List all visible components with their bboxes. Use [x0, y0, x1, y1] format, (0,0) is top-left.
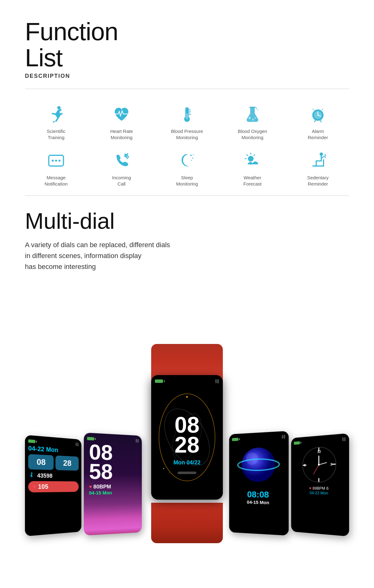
svg-point-26: [191, 160, 192, 161]
watch1-steps-icon: [28, 472, 35, 479]
function-label-sedentary: SedentaryReminder: [307, 175, 328, 187]
watch1-heart-icon: ♥: [33, 483, 36, 490]
svg-line-32: [247, 155, 248, 156]
watch1-steps-val: 43598: [37, 472, 52, 479]
divider-top: [25, 89, 349, 89]
watch5-analog: 12 3 9: [301, 445, 337, 483]
function-item-weather: WeatherForecast: [221, 148, 284, 190]
page-title: Function List: [25, 19, 349, 71]
function-label-blood-oxygen: Blood OxygenMonitoring: [238, 128, 267, 140]
watch5-bpm-val: 89BPM: [313, 486, 325, 491]
function-grid-row1: ScientificTraining Heart RateMonitoring: [25, 101, 349, 143]
function-item-scientific-training: ScientificTraining: [25, 101, 87, 143]
svg-line-62: [319, 463, 327, 465]
function-item-incoming-call: IncomingCall: [90, 148, 153, 190]
sleep-icon: [177, 151, 197, 171]
watch-card-4: ⛓: [229, 431, 289, 535]
center-minute: 28: [155, 435, 219, 455]
svg-point-27: [193, 154, 194, 155]
function-item-heart-rate: Heart RateMonitoring: [90, 101, 153, 143]
svg-point-48: [163, 468, 164, 469]
watch4-planet: [237, 442, 280, 486]
watch1-heart-row: ♥ 105: [28, 481, 79, 492]
multidial-description: A variety of dials can be replaced, diff…: [25, 239, 224, 272]
watch2-heart-icon: ♥: [89, 484, 92, 490]
multidial-title: Multi-dial: [25, 208, 349, 234]
center-time: 08 28: [155, 415, 219, 455]
svg-line-63: [314, 465, 319, 474]
watch-center-body: ⛓ 08 28 Mon 04/22: [151, 375, 223, 500]
watch5-clock-svg: 12 3 9: [301, 445, 337, 483]
svg-point-64: [318, 463, 320, 465]
watch-card-2: ⛓ 08 58 ♥ 80BPM 04-15 Mon: [84, 432, 142, 535]
watch5-date: 04-22 Mon: [294, 490, 346, 496]
svg-point-12: [257, 110, 258, 111]
function-item-blood-pressure: Blood PressureMonitoring: [156, 101, 218, 143]
section-subtitle: DESCRIPTION: [25, 73, 349, 79]
watch1-time-row: 08 28: [28, 454, 79, 471]
svg-point-42: [325, 157, 326, 158]
svg-rect-3: [186, 113, 188, 119]
watch4-time: 08:08: [232, 489, 285, 500]
svg-point-0: [57, 106, 61, 110]
phone-icon: [112, 151, 132, 171]
watch1-hour: 08: [28, 454, 54, 470]
svg-point-10: [255, 117, 256, 119]
function-item-alarm: AlarmReminder: [287, 101, 349, 143]
watch-display-area: ⛓ 04-22 Mon 08 28 43598 ♥: [25, 288, 349, 543]
svg-point-9: [252, 119, 254, 120]
watch-card-5: ⛓ 12 3 9: [291, 433, 349, 536]
svg-point-28: [248, 156, 254, 162]
watch1-minute: 28: [55, 455, 79, 471]
function-label-blood-pressure: Blood PressureMonitoring: [171, 128, 203, 140]
flask-icon: [242, 105, 262, 125]
function-label-heart-rate: Heart RateMonitoring: [110, 128, 133, 140]
watch1-battery: [28, 439, 37, 443]
watch5-topbar: ⛓: [294, 437, 346, 445]
thermometer-icon: [177, 105, 197, 125]
runner-icon: [46, 105, 66, 125]
svg-point-25: [192, 158, 193, 159]
watch5-battery: [294, 441, 301, 444]
center-button: [178, 472, 196, 474]
function-label-weather: WeatherForecast: [243, 175, 261, 187]
divider-bottom: [25, 195, 349, 196]
svg-text:9: 9: [304, 463, 305, 467]
svg-point-8: [248, 117, 251, 119]
svg-point-43: [31, 472, 32, 474]
watch4-date: 04-15 Mon: [232, 499, 285, 506]
function-item-sedentary: SedentaryReminder: [287, 148, 349, 190]
watch-card-1: ⛓ 04-22 Mon 08 28 43598 ♥: [25, 435, 81, 536]
svg-point-49: [242, 447, 275, 482]
svg-point-22: [59, 160, 60, 162]
page-wrapper: Function List DESCRIPTION ScientificTrai…: [0, 0, 374, 556]
watch5-heart-icon: ♥: [309, 486, 311, 491]
function-label-alarm: AlarmReminder: [308, 128, 328, 140]
svg-point-11: [256, 108, 257, 109]
svg-point-24: [190, 155, 192, 156]
function-label-message: MessageNotification: [45, 175, 68, 187]
alarm-icon: [308, 105, 328, 125]
function-label-scientific-training: ScientificTraining: [47, 128, 65, 140]
function-item-sleep: SleepMonitoring: [156, 148, 218, 190]
center-hour: 08: [155, 415, 219, 435]
watch2-date: 04-15 Mon: [87, 490, 139, 496]
function-item-message: MessageNotification: [25, 148, 87, 190]
watch2-bpm-row: ♥ 80BPM: [87, 484, 139, 490]
sedentary-icon: [308, 151, 328, 171]
function-item-blood-oxygen: Blood OxygenMonitoring: [221, 101, 284, 143]
center-band-bottom: [151, 503, 223, 543]
weather-icon: [242, 151, 262, 171]
message-icon: [46, 151, 66, 171]
function-grid-row2: MessageNotification IncomingCall: [25, 148, 349, 190]
watch1-heart-val: 105: [38, 483, 48, 490]
heartrate-icon: [112, 105, 132, 125]
svg-point-20: [52, 160, 54, 162]
watch1-steps-row: 43598: [28, 472, 79, 480]
svg-text:3: 3: [330, 462, 332, 466]
function-label-incoming-call: IncomingCall: [112, 175, 131, 187]
watch4-topbar: ⛓: [232, 434, 285, 442]
watch2-link-icon: ⛓: [135, 438, 139, 443]
watch2-bpm-val: 80BPM: [93, 484, 111, 490]
svg-point-13: [255, 107, 256, 108]
